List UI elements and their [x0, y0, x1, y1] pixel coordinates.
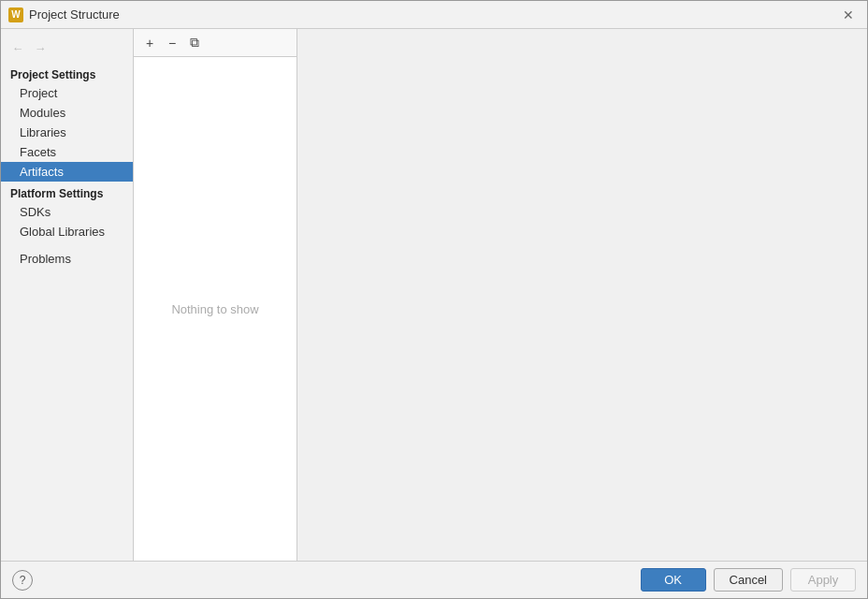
cancel-button[interactable]: Cancel	[714, 568, 783, 592]
back-button[interactable]: ←	[8, 38, 27, 57]
content-area: ← → Project Settings Project Modules Lib…	[1, 29, 867, 561]
sidebar-item-facets[interactable]: Facets	[1, 142, 133, 162]
ok-button[interactable]: OK	[641, 568, 706, 592]
close-button[interactable]: ✕	[837, 4, 860, 26]
sidebar-item-modules[interactable]: Modules	[1, 103, 133, 123]
sidebar-item-artifacts[interactable]: Artifacts	[1, 162, 133, 182]
list-toolbar: + − ⧉	[134, 29, 297, 57]
sidebar-item-problems[interactable]: Problems	[1, 249, 133, 269]
list-panel: + − ⧉ Nothing to show	[134, 29, 297, 561]
copy-button[interactable]: ⧉	[184, 33, 205, 53]
footer: ? OK Cancel Apply	[1, 561, 867, 598]
main-panel: + − ⧉ Nothing to show	[134, 29, 867, 561]
platform-settings-header: Platform Settings	[1, 182, 133, 202]
apply-button[interactable]: Apply	[790, 568, 856, 592]
sidebar: ← → Project Settings Project Modules Lib…	[1, 29, 134, 561]
add-button[interactable]: +	[139, 33, 160, 53]
remove-button[interactable]: −	[162, 33, 182, 53]
nav-back-forward: ← →	[1, 37, 133, 63]
project-settings-header: Project Settings	[1, 63, 133, 83]
sidebar-item-global-libraries[interactable]: Global Libraries	[1, 222, 133, 241]
sidebar-item-sdks[interactable]: SDKs	[1, 202, 133, 222]
detail-panel	[297, 29, 867, 561]
sidebar-item-libraries[interactable]: Libraries	[1, 123, 133, 142]
sidebar-item-project[interactable]: Project	[1, 83, 133, 103]
help-button[interactable]: ?	[12, 570, 33, 591]
dialog-title: Project Structure	[29, 7, 837, 22]
project-structure-dialog: W Project Structure ✕ ← → Project Settin…	[0, 0, 868, 599]
forward-button[interactable]: →	[31, 38, 50, 57]
footer-buttons: OK Cancel Apply	[641, 568, 856, 592]
app-icon: W	[8, 7, 23, 22]
title-bar: W Project Structure ✕	[1, 1, 867, 29]
list-empty-state: Nothing to show	[134, 57, 297, 561]
